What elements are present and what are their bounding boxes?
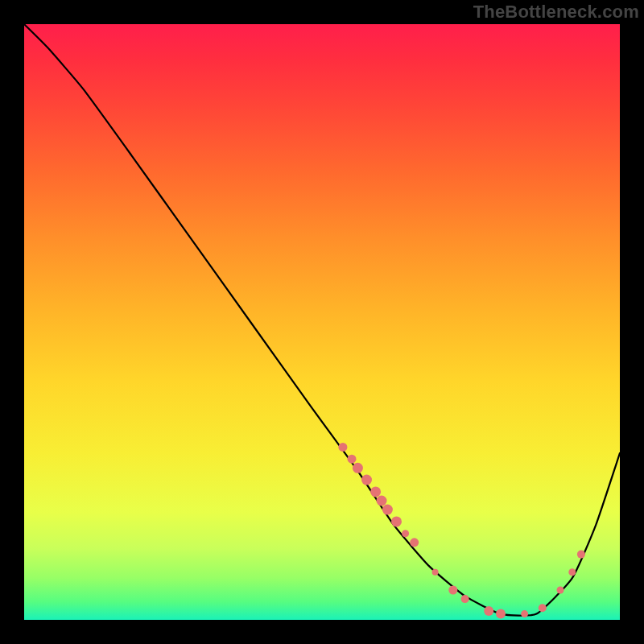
chart-frame: TheBottleneck.com xyxy=(0,0,644,644)
watermark-text: TheBottleneck.com xyxy=(473,2,639,23)
curve-markers xyxy=(338,443,585,619)
curve-marker xyxy=(568,568,576,576)
curve-marker xyxy=(557,587,564,594)
curve-marker xyxy=(448,586,457,595)
curve-marker xyxy=(496,609,506,619)
curve-marker xyxy=(382,505,393,515)
curve-marker xyxy=(484,606,493,616)
curve-marker xyxy=(377,496,387,506)
curve-marker xyxy=(361,475,372,485)
curve-marker xyxy=(577,551,585,559)
curve-marker xyxy=(391,516,402,526)
curve-marker xyxy=(539,604,547,612)
curve-marker xyxy=(410,538,419,547)
curve-marker xyxy=(348,455,357,464)
curve-marker xyxy=(521,610,528,617)
curve-marker xyxy=(432,569,439,576)
curve-marker xyxy=(461,595,469,603)
curve-layer xyxy=(24,24,620,620)
curve-marker xyxy=(353,463,363,473)
bottleneck-curve xyxy=(24,24,620,616)
curve-marker xyxy=(402,530,409,537)
curve-marker xyxy=(370,486,381,497)
plot-area xyxy=(24,24,620,620)
curve-marker xyxy=(338,443,347,452)
